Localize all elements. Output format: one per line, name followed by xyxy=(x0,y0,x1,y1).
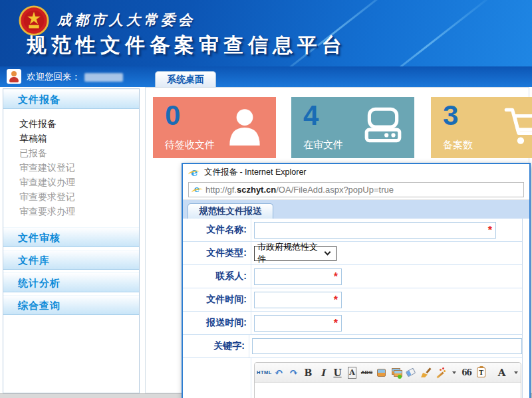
redo-icon[interactable]: ↷ xyxy=(289,367,298,379)
under-review-count: 4 xyxy=(303,100,319,132)
address-input[interactable]: e http://gf.sczhyt.cn/OA/FileAdd.aspx?po… xyxy=(188,182,524,197)
contact-input[interactable]: * xyxy=(254,268,342,285)
paste-as-text-icon[interactable]: T xyxy=(477,367,485,377)
editor-content-area[interactable] xyxy=(255,383,521,398)
tab-normative-file-submit[interactable]: 规范性文件报送 xyxy=(188,203,273,219)
sidebar-section-statistics[interactable]: 统计分析 xyxy=(3,272,139,292)
popup-addressbar: e http://gf.sczhyt.cn/OA/FileAdd.aspx?po… xyxy=(183,181,529,200)
file-submit-form: 文件名称: * 文件类型: 市政府规范性文件 联系人: * xyxy=(183,219,523,398)
font-dropdown-caret-icon[interactable] xyxy=(514,371,518,374)
user-icon xyxy=(223,104,267,151)
user-avatar-icon xyxy=(7,69,21,84)
contact-label: 联系人: xyxy=(183,265,251,288)
sidebar-item-drafts[interactable]: 草稿箱 xyxy=(3,131,139,146)
rich-text-editor: HTML ↶ ↷ B I U A ABC 66 xyxy=(254,362,521,398)
keyword-label: 关键字: xyxy=(183,335,249,357)
required-asterisk: * xyxy=(488,225,492,237)
form-row-file-name: 文件名称: * xyxy=(183,219,522,242)
eraser-icon[interactable] xyxy=(406,367,416,377)
html-source-button[interactable]: HTML xyxy=(260,367,269,379)
chevron-down-icon xyxy=(325,249,331,256)
insert-images-icon[interactable] xyxy=(392,368,400,377)
filed-count: 3 xyxy=(443,100,458,132)
popup-tabstrip: 规范性文件报送 xyxy=(183,200,529,219)
tab-system-desktop[interactable]: 系统桌面 xyxy=(155,71,216,87)
form-row-editor: HTML ↶ ↷ B I U A ABC 66 xyxy=(183,358,522,398)
font-family-button[interactable]: A xyxy=(497,367,506,379)
sidebar-section-file-review[interactable]: 文件审核 xyxy=(3,227,139,247)
username-redacted xyxy=(84,73,123,82)
sidebar-item-review-suggestion-register[interactable]: 审查建议登记 xyxy=(3,160,139,175)
filed-label: 备案数 xyxy=(443,139,473,151)
editor-toolbar: HTML ↶ ↷ B I U A ABC 66 xyxy=(255,363,521,383)
submit-date-input[interactable]: * xyxy=(254,315,342,332)
sidebar-item-file-filing[interactable]: 文件报备 xyxy=(3,116,139,131)
popup-window-title: 文件报备 - Internet Explorer xyxy=(204,167,307,178)
sidebar-section-file-filing[interactable]: 文件报备 xyxy=(3,89,139,109)
card-pending-documents[interactable]: 0 待签收文件 xyxy=(153,97,276,158)
ie-popup-window: e 文件报备 - Internet Explorer e http://gf.s… xyxy=(182,163,531,398)
strikethrough-button[interactable]: ABC xyxy=(362,367,371,379)
file-type-select[interactable]: 市政府规范性文件 xyxy=(254,246,336,261)
file-type-label: 文件类型: xyxy=(183,242,251,264)
card-under-review-documents[interactable]: 4 在审文件 xyxy=(291,97,414,158)
required-asterisk: * xyxy=(334,318,338,330)
magic-wand-icon[interactable] xyxy=(436,367,444,377)
drive-icon xyxy=(361,104,405,151)
top-banner: 成都市人大常委会 规范性文件备案审查信息平台 xyxy=(0,0,532,66)
cart-icon xyxy=(501,104,532,151)
sidebar-section-file-library[interactable]: 文件库 xyxy=(3,250,139,270)
file-date-label: 文件时间: xyxy=(183,288,251,311)
wand-dropdown-caret-icon[interactable] xyxy=(452,371,456,374)
font-color-button[interactable]: A xyxy=(348,367,356,379)
form-row-submit-date: 报送时间: * xyxy=(183,312,522,335)
url-path: /OA/FileAdd.aspx?popUp=true xyxy=(276,185,394,195)
ie-logo-icon: e xyxy=(189,167,200,178)
sidebar: 文件报备 文件报备 草稿箱 已报备 审查建议登记 审查建议办理 审查要求登记 审… xyxy=(3,88,140,393)
file-date-input[interactable]: * xyxy=(254,292,342,308)
url-prefix: http://gf. xyxy=(205,185,237,195)
form-row-keyword: 关键字: xyxy=(183,335,522,358)
insert-image-icon[interactable] xyxy=(377,369,386,377)
org-name: 成都市人大常委会 xyxy=(57,11,196,29)
sidebar-item-review-request-register[interactable]: 审查要求登记 xyxy=(3,189,139,204)
form-row-file-date: 文件时间: * xyxy=(183,288,522,312)
card-filed-count[interactable]: 3 备案数 xyxy=(431,97,532,158)
sidebar-menu: 文件报备 草稿箱 已报备 审查建议登记 审查建议办理 审查要求登记 审查要求办理 xyxy=(3,109,139,227)
welcome-greeting: 欢迎您回来： xyxy=(27,66,123,87)
pending-label: 待签收文件 xyxy=(165,139,215,151)
sidebar-item-review-request-handle[interactable]: 审查要求办理 xyxy=(3,204,139,219)
form-row-file-type: 文件类型: 市政府规范性文件 xyxy=(183,242,522,265)
underline-button[interactable]: U xyxy=(333,367,342,379)
under-review-label: 在审文件 xyxy=(303,139,343,151)
pending-count: 0 xyxy=(165,100,180,132)
bold-button[interactable]: B xyxy=(304,367,313,379)
greeting-text: 欢迎您回来： xyxy=(27,72,80,82)
keyword-input[interactable] xyxy=(252,338,522,354)
file-name-input[interactable]: * xyxy=(254,222,496,239)
required-asterisk: * xyxy=(334,294,338,306)
submit-date-label: 报送时间: xyxy=(183,312,251,334)
url-domain: sczhyt.cn xyxy=(237,185,276,195)
required-asterisk: * xyxy=(334,271,338,283)
file-type-selected-value: 市政府规范性文件 xyxy=(257,241,325,265)
address-url: http://gf.sczhyt.cn/OA/FileAdd.aspx?popU… xyxy=(205,185,394,195)
popup-titlebar: e 文件报备 - Internet Explorer xyxy=(183,164,529,181)
editor-label-spacer xyxy=(183,358,251,398)
sidebar-item-filed[interactable]: 已报备 xyxy=(3,146,139,160)
clean-format-icon[interactable] xyxy=(421,367,430,377)
sidebar-section-comprehensive-query[interactable]: 综合查询 xyxy=(3,295,139,315)
blockquote-button[interactable]: 66 xyxy=(462,367,471,379)
banner-streak xyxy=(358,0,495,66)
sidebar-item-review-suggestion-handle[interactable]: 审查建议办理 xyxy=(3,175,139,189)
ie-page-icon: e xyxy=(192,185,201,195)
italic-button[interactable]: I xyxy=(319,367,327,379)
undo-icon[interactable]: ↶ xyxy=(275,367,283,379)
file-name-label: 文件名称: xyxy=(183,219,251,241)
platform-title: 规范性文件备案审查信息平台 xyxy=(27,32,346,59)
form-row-contact: 联系人: * xyxy=(183,265,522,288)
welcome-bar: 欢迎您回来： xyxy=(0,66,532,87)
